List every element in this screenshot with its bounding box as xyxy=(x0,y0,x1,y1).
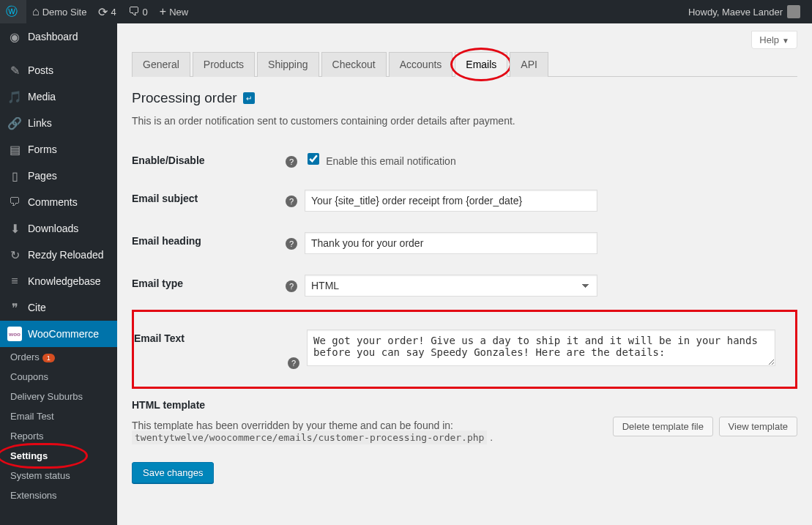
subject-input[interactable] xyxy=(305,190,597,212)
caret-down-icon: ▼ xyxy=(782,37,789,45)
sidebar-label: Comments xyxy=(28,196,78,208)
quote-icon: ❞ xyxy=(7,300,22,315)
sidebar-subitem-status[interactable]: System status xyxy=(0,466,117,485)
pages-icon: ▯ xyxy=(7,168,22,183)
help-tab[interactable]: Help▼ xyxy=(751,31,797,49)
tab-checkout[interactable]: Checkout xyxy=(321,52,387,77)
sidebar-item-links[interactable]: 🔗Links xyxy=(0,110,117,136)
tab-general[interactable]: General xyxy=(132,52,190,77)
comments-count: 0 xyxy=(143,7,148,18)
type-select[interactable]: HTML xyxy=(305,275,597,297)
view-template-button[interactable]: View template xyxy=(719,417,797,436)
forms-icon: ▤ xyxy=(7,142,22,157)
sidebar-item-pages[interactable]: ▯Pages xyxy=(0,163,117,189)
sidebar-item-comments[interactable]: 🗩Comments xyxy=(0,189,117,215)
sidebar-subitem-delivery[interactable]: Delivery Suburbs xyxy=(0,387,117,406)
updates-icon: ⟳ xyxy=(98,5,108,19)
help-icon[interactable]: ? xyxy=(286,238,297,250)
avatar xyxy=(787,5,800,18)
plus-icon: + xyxy=(160,5,166,18)
label-heading: Email heading xyxy=(132,222,278,264)
sidebar-subitem-settings[interactable]: Settings xyxy=(0,446,117,466)
sidebar-label: Links xyxy=(28,117,52,129)
new-content[interactable]: +New xyxy=(154,0,194,23)
sidebar-label: WooCommerce xyxy=(28,328,99,340)
admin-bar: ⓦ ⌂Demo Site ⟳4 🗨0 +New Howdy, Maeve Lan… xyxy=(0,0,812,23)
sidebar-item-downloads[interactable]: ⬇Downloads xyxy=(0,215,117,242)
sidebar-label: Rezdy Reloaded xyxy=(28,249,104,261)
template-heading: HTML template xyxy=(132,399,797,411)
reload-icon: ↻ xyxy=(7,247,22,262)
sidebar-subitem-orders[interactable]: Orders1 xyxy=(0,347,117,367)
enable-checkbox[interactable] xyxy=(308,153,319,165)
help-icon[interactable]: ? xyxy=(286,156,297,168)
sidebar-subitem-extensions[interactable]: Extensions xyxy=(0,485,117,505)
tab-accounts[interactable]: Accounts xyxy=(389,52,453,77)
sidebar-item-dashboard[interactable]: ◉Dashboard xyxy=(0,23,117,50)
highlighted-field-row: Email Text ? xyxy=(132,310,797,389)
home-icon: ⌂ xyxy=(32,5,40,18)
sidebar-label: Pages xyxy=(28,170,57,182)
tab-api[interactable]: API xyxy=(510,52,548,77)
pin-icon: ✎ xyxy=(7,63,22,78)
main-content: Help▼ General Products Shipping Checkout… xyxy=(117,23,812,525)
enable-checkbox-label: Enable this email notification xyxy=(326,155,455,167)
media-icon: 🎵 xyxy=(7,89,22,104)
sidebar-label: Media xyxy=(28,91,56,103)
label-subject: Email subject xyxy=(132,179,278,222)
sidebar-label: Cite xyxy=(28,302,46,313)
updates[interactable]: ⟳4 xyxy=(92,0,122,23)
wp-logo[interactable]: ⓦ xyxy=(0,0,26,23)
sidebar-item-posts[interactable]: ✎Posts xyxy=(0,57,117,83)
dashboard-icon: ◉ xyxy=(7,29,22,44)
sidebar-label: Knowledgebase xyxy=(28,275,101,287)
heading-input[interactable] xyxy=(305,232,597,254)
comment-icon: 🗨 xyxy=(128,5,140,18)
label-email-text: Email Text xyxy=(134,319,280,379)
tab-shipping[interactable]: Shipping xyxy=(257,52,319,77)
new-label: New xyxy=(169,7,188,18)
sidebar-subitem-coupons[interactable]: Coupons xyxy=(0,367,117,387)
my-account[interactable]: Howdy, Maeve Lander xyxy=(682,0,806,23)
admin-menu: ◉Dashboard ✎Posts 🎵Media 🔗Links ▤Forms ▯… xyxy=(0,23,117,525)
sidebar-subitem-emailtest[interactable]: Email Test xyxy=(0,406,117,426)
sidebar-subitem-reports[interactable]: Reports xyxy=(0,426,117,446)
book-icon: ≡ xyxy=(7,274,22,288)
help-icon[interactable]: ? xyxy=(286,280,297,292)
wordpress-icon: ⓦ xyxy=(6,4,18,20)
comments-icon: 🗩 xyxy=(7,195,22,209)
settings-tabs: General Products Shipping Checkout Accou… xyxy=(132,52,797,77)
orders-badge: 1 xyxy=(42,354,55,362)
section-description: This is an order notification sent to cu… xyxy=(132,115,797,127)
delete-template-button[interactable]: Delete template file xyxy=(613,417,713,436)
email-text-textarea[interactable] xyxy=(307,329,775,366)
label-enable: Enable/Disable xyxy=(132,141,278,179)
help-icon[interactable]: ? xyxy=(286,196,297,207)
sidebar-item-woocommerce[interactable]: wooWooCommerce xyxy=(0,321,117,347)
sidebar-label: Forms xyxy=(28,144,57,155)
sidebar-label: Downloads xyxy=(28,223,78,234)
sidebar-label: Dashboard xyxy=(28,31,78,42)
label-type: Email type xyxy=(132,264,278,307)
link-icon: 🔗 xyxy=(7,116,22,130)
help-icon[interactable]: ? xyxy=(288,357,299,369)
sidebar-item-rezdy[interactable]: ↻Rezdy Reloaded xyxy=(0,242,117,268)
comments[interactable]: 🗨0 xyxy=(122,0,154,23)
updates-count: 4 xyxy=(111,7,116,18)
site-name[interactable]: ⌂Demo Site xyxy=(26,0,92,23)
site-name-label: Demo Site xyxy=(42,7,87,18)
sidebar-item-knowledgebase[interactable]: ≡Knowledgebase xyxy=(0,268,117,294)
section-heading: Processing order↵ xyxy=(132,90,797,106)
tab-products[interactable]: Products xyxy=(193,52,255,77)
sidebar-item-cite[interactable]: ❞Cite xyxy=(0,294,117,321)
howdy-text: Howdy, Maeve Lander xyxy=(688,7,783,18)
template-path: twentytwelve/woocommerce/emails/customer… xyxy=(132,431,487,444)
download-icon: ⬇ xyxy=(7,221,22,236)
woocommerce-icon: woo xyxy=(7,327,22,341)
sidebar-item-media[interactable]: 🎵Media xyxy=(0,83,117,110)
sidebar-item-forms[interactable]: ▤Forms xyxy=(0,136,117,163)
tab-emails[interactable]: Emails xyxy=(455,52,507,77)
back-link-icon[interactable]: ↵ xyxy=(243,92,255,104)
save-button[interactable]: Save changes xyxy=(132,462,214,483)
sidebar-label: Posts xyxy=(28,64,53,76)
